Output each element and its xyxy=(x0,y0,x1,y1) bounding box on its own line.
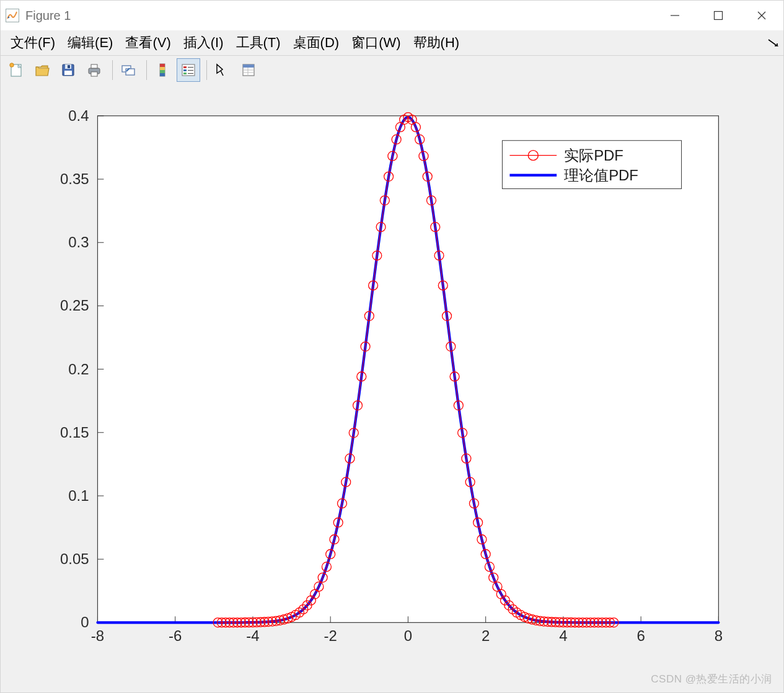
menu-insert[interactable]: 插入(I) xyxy=(178,31,229,55)
x-tick-label: -4 xyxy=(246,627,259,644)
svg-rect-3 xyxy=(715,12,723,20)
edit-plot-button[interactable] xyxy=(211,58,234,82)
watermark: CSDN @热爱生活的小润 xyxy=(651,672,772,686)
svg-point-7 xyxy=(10,63,14,67)
svg-rect-20 xyxy=(160,70,165,73)
x-tick-label: 0 xyxy=(404,627,412,644)
insert-colorbar-button[interactable] xyxy=(151,58,174,82)
svg-rect-10 xyxy=(68,65,70,68)
docking-arrow-icon[interactable] xyxy=(767,35,778,51)
x-tick-label: -6 xyxy=(169,627,182,644)
menu-help[interactable]: 帮助(H) xyxy=(408,31,465,55)
y-tick-label: 0.35 xyxy=(60,170,89,187)
window-title: Figure 1 xyxy=(25,9,71,23)
svg-rect-14 xyxy=(91,72,97,76)
svg-rect-25 xyxy=(183,73,187,74)
figure-canvas[interactable]: -8-6-4-20246800.050.10.150.20.250.30.350… xyxy=(1,85,783,692)
x-tick-label: -2 xyxy=(324,627,337,644)
y-tick-label: 0.3 xyxy=(68,234,89,250)
axes-box xyxy=(97,116,718,622)
menu-desktop[interactable]: 桌面(D) xyxy=(288,31,345,55)
legend-label: 实际PDF xyxy=(564,147,623,164)
toolbar xyxy=(1,56,783,84)
matlab-figure-icon xyxy=(6,9,19,22)
svg-rect-21 xyxy=(160,73,165,76)
menu-file[interactable]: 文件(F) xyxy=(6,31,60,55)
svg-rect-19 xyxy=(160,67,165,70)
svg-point-1 xyxy=(8,17,9,18)
x-tick-label: -8 xyxy=(91,627,104,644)
toolbar-separator xyxy=(146,60,147,80)
toolbar-separator xyxy=(112,60,113,80)
menubar: 文件(F) 编辑(E) 查看(V) 插入(I) 工具(T) 桌面(D) 窗口(W… xyxy=(1,30,783,56)
y-tick-label: 0.05 xyxy=(60,550,89,567)
x-tick-label: 4 xyxy=(559,627,567,644)
menu-view[interactable]: 查看(V) xyxy=(120,31,175,55)
figure-window: Figure 1 文件(F) 编辑(E) 查看(V) 插入(I) 工具(T) 桌… xyxy=(0,0,784,693)
minimize-button[interactable] xyxy=(653,1,697,30)
titlebar: Figure 1 xyxy=(1,1,783,30)
insert-legend-button[interactable] xyxy=(177,58,200,82)
x-tick-label: 6 xyxy=(636,627,645,644)
y-tick-label: 0.4 xyxy=(68,107,89,124)
svg-rect-30 xyxy=(243,64,254,68)
svg-rect-13 xyxy=(91,64,97,68)
axes[interactable]: -8-6-4-20246800.050.10.150.20.250.30.350… xyxy=(1,85,783,692)
menu-edit[interactable]: 编辑(E) xyxy=(63,31,118,55)
open-file-button[interactable] xyxy=(30,58,54,82)
y-tick-label: 0.1 xyxy=(68,487,89,504)
y-tick-label: 0.25 xyxy=(60,297,89,314)
legend-label: 理论值PDF xyxy=(564,167,638,183)
menu-tools[interactable]: 工具(T) xyxy=(231,31,286,55)
svg-rect-23 xyxy=(183,66,187,68)
svg-rect-18 xyxy=(160,64,165,67)
new-figure-button[interactable] xyxy=(4,58,28,82)
print-figure-button[interactable] xyxy=(82,58,106,82)
svg-rect-0 xyxy=(6,9,19,22)
link-plot-button[interactable] xyxy=(117,58,140,82)
menu-window[interactable]: 窗口(W) xyxy=(346,31,405,55)
toolbar-separator xyxy=(206,60,207,80)
svg-rect-24 xyxy=(183,69,187,71)
y-tick-label: 0.2 xyxy=(68,361,89,377)
close-button[interactable] xyxy=(740,1,783,30)
property-inspector-button[interactable] xyxy=(237,58,260,82)
save-figure-button[interactable] xyxy=(56,58,80,82)
x-tick-label: 8 xyxy=(715,627,723,644)
x-tick-label: 2 xyxy=(482,627,490,644)
legend[interactable]: 实际PDF理论值PDF xyxy=(502,141,681,189)
y-tick-label: 0 xyxy=(81,614,89,630)
y-tick-label: 0.15 xyxy=(60,424,89,441)
svg-rect-11 xyxy=(64,71,72,75)
maximize-button[interactable] xyxy=(697,1,740,30)
